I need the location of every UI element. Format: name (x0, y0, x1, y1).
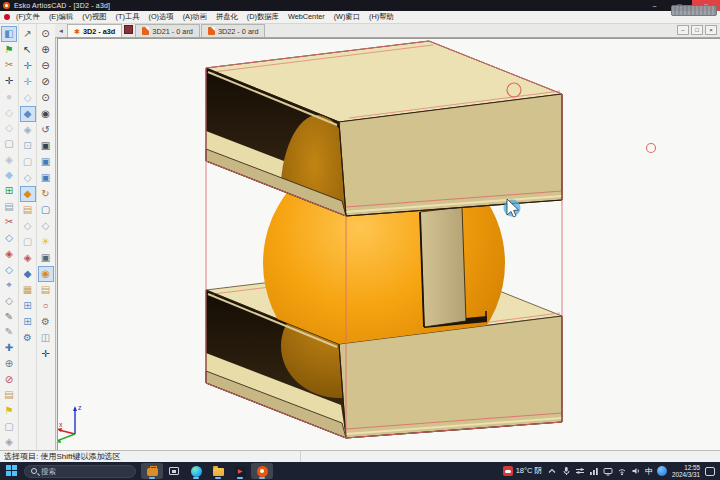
tool-white-cube[interactable]: ▢ (20, 234, 36, 250)
tool-gray-grid[interactable]: ▤ (1, 199, 17, 215)
tool-blue-solid-cube[interactable]: ◆ (20, 266, 36, 282)
tool-ghost-cube-2[interactable]: ◇ (1, 120, 17, 136)
tool-white-diamond[interactable]: ◇ (1, 293, 17, 309)
menu-item[interactable]: (A)动画 (182, 11, 208, 23)
tool-ghost-cube[interactable]: ◇ (1, 105, 17, 121)
search-input[interactable] (41, 467, 121, 476)
tool-green-window[interactable]: ⊞ (1, 183, 17, 199)
volume-icon[interactable] (631, 466, 641, 476)
tool-paperclip[interactable]: ✎ (1, 309, 17, 325)
menu-item[interactable]: (E)编辑 (48, 11, 74, 23)
tool-board-squares[interactable]: ◫ (38, 330, 54, 346)
chevron-up-icon[interactable] (547, 466, 557, 476)
tool-zoom-selection[interactable]: ⊙ (38, 90, 54, 106)
tool-workbench[interactable]: ▤ (38, 282, 54, 298)
tool-cube-outline[interactable]: ▢ (1, 419, 17, 435)
wifi-icon[interactable] (617, 466, 627, 476)
tool-cube-front[interactable]: ⊡ (20, 138, 36, 154)
tool-red-dash-cube[interactable]: ◈ (20, 250, 36, 266)
tool-cube-view-current[interactable]: ◆ (20, 106, 36, 122)
tab-3D22 - 0 ard[interactable]: 3D22 - 0 ard (201, 24, 266, 37)
tool-move-cross[interactable]: ✛ (20, 58, 36, 74)
tool-image[interactable]: ▦ (20, 282, 36, 298)
menu-item[interactable]: (O)选项 (148, 11, 175, 23)
tool-rotate-view[interactable]: ↻ (38, 186, 54, 202)
taskbar-app-file-explorer[interactable] (207, 463, 229, 479)
child-restore-button[interactable]: □ (691, 25, 703, 35)
tool-pen-plus[interactable]: ✚ (1, 340, 17, 356)
tool-horizon-image[interactable]: ▤ (20, 202, 36, 218)
tool-yellow-map[interactable]: ⚑ (1, 403, 17, 419)
tool-zoom-fit[interactable]: ⊘ (38, 74, 54, 90)
tool-move-point[interactable]: ✛ (20, 74, 36, 90)
tool-clip-remove[interactable]: ⊘ (1, 372, 17, 388)
tool-cube-light[interactable]: ◇ (20, 90, 36, 106)
menu-item[interactable]: (H)帮助 (368, 11, 395, 23)
menu-item[interactable]: (F)文件 (15, 11, 41, 23)
tab-3D21 - 0 ard[interactable]: 3D21 - 0 ard (135, 24, 200, 37)
menu-item[interactable]: WebCenter (287, 11, 326, 23)
tool-gears[interactable]: ⚙ (20, 330, 36, 346)
tool-gray-cube[interactable]: ◇ (20, 218, 36, 234)
tool-zoom-in[interactable]: ⊕ (38, 42, 54, 58)
tab-scroll-left-icon[interactable]: ◄ (56, 25, 66, 36)
tool-dashed-cube[interactable]: ◈ (1, 152, 17, 168)
child-close-button[interactable]: × (705, 25, 717, 35)
tool-cube-outline-2[interactable]: ◈ (1, 434, 17, 450)
tool-blue-diamond-dash-2[interactable]: ◇ (1, 262, 17, 278)
tool-t-plus[interactable]: ✛ (38, 346, 54, 362)
taskbar-app-briefcase-app[interactable] (141, 463, 163, 479)
menu-item[interactable]: (V)视图 (81, 11, 107, 23)
tool-ball-in-box[interactable]: ◉ (38, 266, 54, 282)
tool-blue-square[interactable]: ▢ (38, 202, 54, 218)
tool-dimension-tool[interactable]: ✛ (1, 73, 17, 89)
child-minimize-button[interactable]: – (677, 25, 689, 35)
notification-icon[interactable] (705, 467, 715, 476)
tool-screen[interactable]: ▣ (38, 250, 54, 266)
taskbar-app-task-view[interactable] (163, 463, 185, 479)
menu-item[interactable]: (T)工具 (115, 11, 141, 23)
tool-blue-cube[interactable]: ◆ (1, 167, 17, 183)
tool-camera-blue[interactable]: ▣ (38, 154, 54, 170)
tool-orbit[interactable]: ↺ (38, 122, 54, 138)
tool-line-arrow[interactable]: ↗ (20, 26, 36, 42)
menu-item[interactable]: (D)数据库 (246, 11, 280, 23)
tool-pointer[interactable]: ↖ (20, 42, 36, 58)
tool-red-blue-diamond[interactable]: ◈ (1, 246, 17, 262)
start-button[interactable] (6, 465, 19, 478)
tool-fold-board[interactable]: ◆ (20, 186, 36, 202)
display-icon[interactable] (603, 466, 613, 476)
tool-small-squares-2[interactable]: ⊞ (20, 314, 36, 330)
tool-small-squares[interactable]: ⊞ (20, 298, 36, 314)
taskbar-app-edge-browser[interactable] (185, 463, 207, 479)
tune-icon[interactable] (575, 466, 585, 476)
tool-table-stand[interactable]: ▤ (1, 387, 17, 403)
minimize-button[interactable]: – (642, 0, 667, 11)
tool-light-bulb[interactable]: ☀ (38, 234, 54, 250)
tool-cube[interactable]: ◇ (38, 218, 54, 234)
menu-item[interactable]: 拼盘化 (215, 11, 239, 23)
tool-zoom-out[interactable]: ⊖ (38, 58, 54, 74)
tool-zoom[interactable]: ⊙ (38, 26, 54, 42)
tool-clip-attach[interactable]: ⊕ (1, 356, 17, 372)
tool-pencil[interactable]: ✎ (1, 324, 17, 340)
tool-cube-thin[interactable]: ◇ (20, 170, 36, 186)
microphone-icon[interactable] (561, 466, 571, 476)
tool-camera-blue-2[interactable]: ▣ (38, 170, 54, 186)
taskbar-app-artioscad[interactable] (251, 463, 273, 479)
menu-item[interactable]: (W)窗口 (333, 11, 361, 23)
tab-3D2 - a3d[interactable]: ✱3D2 - a3d (67, 24, 122, 37)
taskbar-search[interactable] (24, 465, 136, 478)
ime-indicator[interactable]: 中 (645, 466, 653, 477)
tool-fold-flag[interactable]: ⚑ (1, 42, 17, 58)
tool-red-dash-circle[interactable]: ○ (38, 298, 54, 314)
tool-ghost-sphere[interactable]: ● (1, 89, 17, 105)
tool-outline-square[interactable]: ▢ (1, 136, 17, 152)
copilot-icon[interactable] (657, 466, 667, 476)
tool-cubes-gear[interactable]: ⚙ (38, 314, 54, 330)
taskbar-app-media-player[interactable]: ▶ (229, 463, 251, 479)
tool-camera-dark[interactable]: ▣ (38, 138, 54, 154)
tool-pin-board[interactable]: ⌖ (1, 277, 17, 293)
tool-select-3d-view[interactable]: ◧ (1, 26, 17, 42)
tool-red-scissors[interactable]: ✂ (1, 214, 17, 230)
